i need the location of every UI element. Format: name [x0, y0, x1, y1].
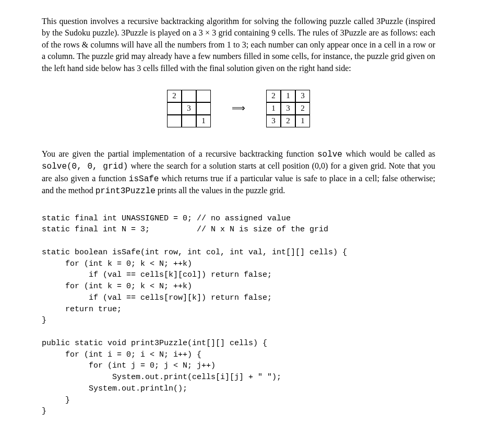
grid-left-cell — [167, 115, 182, 127]
grid-left-cell — [167, 102, 182, 115]
para2-t5: prints all the values in the puzzle grid… — [156, 186, 285, 195]
para2-t2: which would be called as — [342, 149, 435, 158]
para2-t1: You are given the partial implementation… — [42, 149, 317, 158]
para2-c2: solve(0, 0, grid) — [42, 162, 128, 171]
grid-right-cell: 3 — [266, 115, 281, 127]
grid-right-cell: 2 — [281, 115, 295, 127]
grid-right-cell: 1 — [281, 90, 295, 102]
grid-left-cell — [182, 115, 196, 127]
grid-right-cell: 2 — [295, 102, 310, 115]
grid-right-cell: 3 — [281, 102, 295, 115]
grid-right-cell: 1 — [266, 102, 281, 115]
grid-left-cell — [196, 90, 211, 102]
puzzle-grids-row: 2 3 1 ⟹ 2 1 3 1 3 2 3 2 1 — [42, 90, 435, 127]
paragraph-2: You are given the partial implementation… — [42, 148, 435, 197]
grid-left-cell — [182, 90, 196, 102]
grid-right-cell: 2 — [266, 90, 281, 102]
implies-arrow-icon: ⟹ — [232, 102, 245, 115]
para2-c1: solve — [317, 150, 342, 159]
grid-right: 2 1 3 1 3 2 3 2 1 — [266, 90, 310, 127]
paragraph-1: This question involves a recursive backt… — [42, 16, 435, 74]
para2-c4: print3Puzzle — [96, 186, 156, 196]
code-block: static final int UNASSIGNED = 0; // no a… — [42, 213, 435, 418]
para2-c3: isSafe — [129, 174, 159, 184]
grid-left-cell: 3 — [182, 102, 196, 115]
grid-left: 2 3 1 — [167, 90, 211, 127]
grid-left-cell — [196, 102, 211, 115]
grid-left-cell: 2 — [167, 90, 182, 102]
grid-right-cell: 3 — [295, 90, 310, 102]
para1-text: This question involves a recursive backt… — [42, 17, 435, 73]
grid-left-cell: 1 — [196, 115, 211, 127]
grid-right-cell: 1 — [295, 115, 310, 127]
